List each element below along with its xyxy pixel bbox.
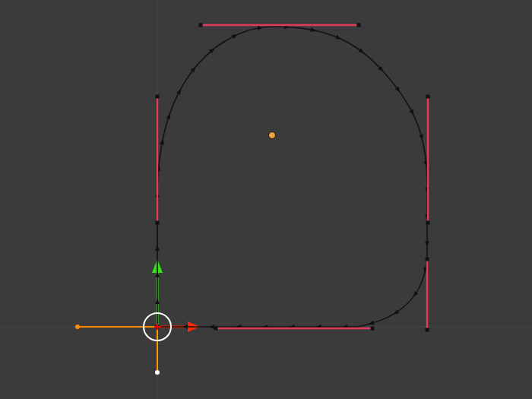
control-point[interactable]	[156, 95, 160, 99]
gizmo-y-handle[interactable]	[155, 370, 160, 375]
viewport-3d[interactable]	[0, 0, 532, 399]
control-point[interactable]	[199, 24, 203, 27]
control-point[interactable]	[357, 24, 361, 27]
control-point[interactable]	[426, 221, 430, 225]
viewport-canvas[interactable]	[0, 0, 532, 399]
gizmo-x-handle[interactable]	[75, 325, 80, 329]
viewport-bg	[0, 0, 532, 399]
control-point[interactable]	[426, 258, 429, 261]
median-point	[269, 132, 276, 139]
control-point[interactable]	[426, 95, 430, 99]
control-point[interactable]	[371, 327, 375, 331]
control-point[interactable]	[426, 328, 429, 332]
control-point[interactable]	[214, 327, 218, 331]
control-point[interactable]	[156, 221, 160, 225]
